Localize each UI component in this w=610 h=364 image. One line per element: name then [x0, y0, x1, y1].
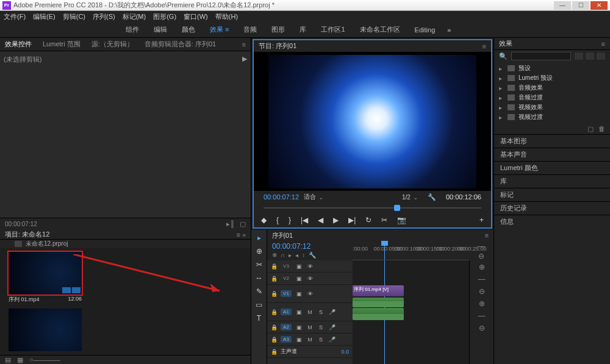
- in-point-button[interactable]: {: [276, 216, 279, 224]
- ws-editing-cn[interactable]: 编辑: [154, 25, 167, 34]
- zoom-out-icon[interactable]: ⊖: [479, 287, 485, 296]
- tab-effect-controls[interactable]: 效果控件: [5, 40, 32, 49]
- marker-button[interactable]: ◆: [261, 216, 267, 224]
- add-button[interactable]: +: [479, 216, 484, 224]
- track-v3[interactable]: 🔒V3▣👁: [267, 260, 353, 273]
- delete-icon[interactable]: 🗑: [598, 125, 605, 132]
- wrench-icon[interactable]: 🔧: [309, 252, 316, 259]
- panel-essential-sound[interactable]: 基本声音: [494, 148, 610, 161]
- menu-edit[interactable]: 编辑(E): [33, 12, 56, 21]
- panel-libraries[interactable]: 库: [494, 174, 610, 188]
- panel-essential-graphics[interactable]: 基本图形: [494, 134, 610, 148]
- ws-custom1[interactable]: 工作区1: [321, 25, 345, 34]
- ws-editing[interactable]: Editing: [415, 26, 436, 34]
- menu-file[interactable]: 文件(F): [4, 12, 26, 21]
- pen-tool[interactable]: ✎: [256, 287, 262, 296]
- play-button[interactable]: ▶: [333, 216, 339, 224]
- chevron-down-icon[interactable]: ⌄: [318, 194, 323, 201]
- fx-filter-icon[interactable]: [597, 52, 605, 60]
- menu-window[interactable]: 窗口(W): [184, 12, 208, 21]
- panel-menu-icon[interactable]: ≡ »: [236, 231, 246, 238]
- track-a1[interactable]: 🔒A1▣MS🎤: [267, 303, 353, 321]
- wrench-icon[interactable]: 🔧: [428, 193, 436, 201]
- menu-help[interactable]: 帮助(H): [215, 12, 238, 21]
- project-item-selected[interactable]: 序列 01.mp4 12:06: [9, 252, 82, 304]
- settings-icon[interactable]: ◂: [295, 252, 298, 259]
- fx-folder-video-trans[interactable]: ▸视频过渡: [499, 112, 605, 122]
- program-timecode[interactable]: 00:00:07:12: [264, 193, 299, 201]
- panel-info[interactable]: 信息: [494, 215, 610, 228]
- panel-markers[interactable]: 标记: [494, 188, 610, 201]
- minimize-button[interactable]: —: [554, 1, 571, 10]
- ws-overflow[interactable]: »: [447, 26, 451, 34]
- chevron-down-icon[interactable]: ⌄: [413, 194, 418, 201]
- ws-effects[interactable]: 效果: [210, 25, 229, 34]
- effects-search-input[interactable]: [511, 52, 571, 60]
- export-frame-button[interactable]: 📷: [397, 216, 406, 224]
- maximize-button[interactable]: ☐: [572, 1, 589, 10]
- ws-color[interactable]: 颜色: [182, 25, 195, 34]
- fx-folder-presets[interactable]: ▸预设: [499, 63, 605, 73]
- tab-lumetri-scopes[interactable]: Lumetri 范围: [43, 40, 81, 49]
- timeline-timecode[interactable]: 00:00:07:12: [272, 242, 348, 251]
- lift-button[interactable]: ✂: [381, 216, 387, 224]
- snap-icon[interactable]: ❄: [272, 252, 277, 259]
- fit-dropdown[interactable]: 适合: [304, 193, 316, 201]
- project-bin[interactable]: 序列 01.mp4 12:06: [0, 248, 251, 355]
- fx-filter-icon[interactable]: [586, 52, 594, 60]
- track-expand[interactable]: —: [478, 312, 486, 320]
- slip-tool[interactable]: ↔: [256, 274, 263, 282]
- track-v2[interactable]: 🔒V2▣👁: [267, 273, 353, 285]
- fx-folder-video-fx[interactable]: ▸视频效果: [499, 102, 605, 112]
- step-fwd-button[interactable]: ▶|: [348, 216, 356, 224]
- close-button[interactable]: ✕: [590, 1, 608, 10]
- timeline-ruler[interactable]: :00:00 00:00:05:00 00:00:10:00 00:00:15:…: [353, 241, 469, 260]
- playhead-icon[interactable]: [394, 205, 400, 211]
- type-tool[interactable]: T: [257, 314, 261, 323]
- tab-audio-mixer[interactable]: 音频剪辑混合器: 序列01: [145, 40, 216, 49]
- track-a3[interactable]: 🔒A3▣MS🎤: [267, 334, 353, 346]
- panel-menu-icon[interactable]: ≡: [485, 232, 489, 239]
- panel-divider-arrow[interactable]: ▶: [242, 55, 247, 63]
- new-bin-icon[interactable]: ▢: [587, 125, 594, 133]
- timeline-playhead[interactable]: [384, 241, 385, 260]
- project-item[interactable]: [9, 309, 82, 351]
- track-expand[interactable]: —: [478, 275, 486, 284]
- track-select-tool[interactable]: ⊕: [256, 247, 262, 255]
- menu-marker[interactable]: 标记(M): [123, 12, 146, 21]
- hand-tool[interactable]: ▭: [256, 301, 262, 309]
- toggle-icon[interactable]: ↕: [302, 252, 305, 259]
- out-point-button[interactable]: }: [289, 216, 291, 224]
- tab-project[interactable]: 项目: 未命名12: [5, 230, 49, 239]
- selection-tool[interactable]: ▸: [257, 234, 261, 242]
- fx-folder-audio-trans[interactable]: ▸音频过渡: [499, 93, 605, 102]
- menu-graphics[interactable]: 图形(G): [153, 12, 176, 21]
- program-video-area[interactable]: [254, 52, 491, 191]
- track-v1[interactable]: 🔒V1▣👁: [267, 285, 353, 303]
- panel-lumetri-color[interactable]: Lumetri 颜色: [494, 161, 610, 174]
- fx-folder-audio-fx[interactable]: ▸音频效果: [499, 83, 605, 93]
- track-content[interactable]: 序列 01.mp4 [V]: [353, 260, 469, 364]
- icon-view-icon[interactable]: ▦: [17, 356, 23, 364]
- loop-button[interactable]: ↻: [365, 216, 371, 224]
- ripple-tool[interactable]: ✂: [256, 260, 262, 269]
- panel-menu-icon[interactable]: ≡: [601, 40, 605, 48]
- fx-folder-lumetri[interactable]: ▸Lumetri 预设: [499, 73, 605, 83]
- tab-program[interactable]: 节目: 序列01: [259, 41, 296, 51]
- panel-menu-icon[interactable]: ≡: [483, 43, 486, 50]
- panel-menu-icon[interactable]: ≡: [242, 41, 246, 48]
- panel-history[interactable]: 历史记录: [494, 201, 610, 215]
- zoom-out-icon[interactable]: ⊖: [479, 324, 485, 332]
- tab-source[interactable]: 源:（无剪辑）: [92, 40, 134, 49]
- step-back-button[interactable]: ◀: [318, 216, 323, 224]
- tab-sequence[interactable]: 序列01: [272, 231, 293, 240]
- ws-audio[interactable]: 音频: [243, 25, 257, 34]
- linked-icon[interactable]: ∩: [281, 252, 285, 259]
- goto-start-button[interactable]: |◀: [301, 216, 308, 224]
- track-a2[interactable]: 🔒A2▣MS🎤: [267, 321, 353, 334]
- tab-effects-panel[interactable]: 效果: [499, 39, 512, 48]
- ws-unnamed[interactable]: 未命名工作区: [360, 25, 400, 34]
- ws-graphics[interactable]: 图形: [271, 25, 285, 34]
- fx-filter-icon[interactable]: [575, 52, 583, 60]
- menu-clip[interactable]: 剪辑(C): [63, 12, 85, 21]
